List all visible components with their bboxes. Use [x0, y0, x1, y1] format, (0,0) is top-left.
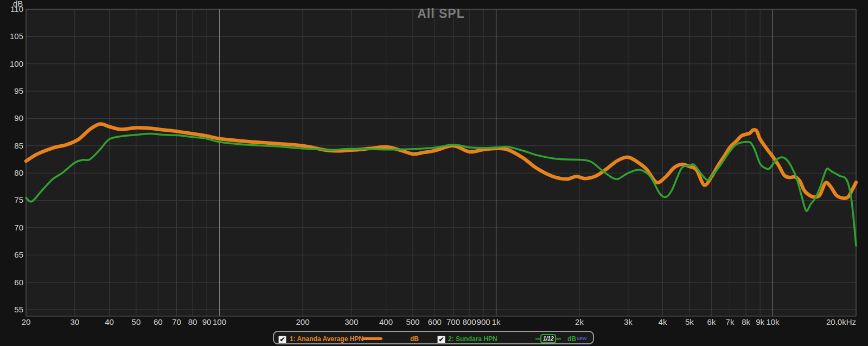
- y-tick-100: 100: [10, 59, 23, 68]
- x-tick-400: 400: [379, 317, 393, 326]
- x-tick-800: 800: [463, 317, 476, 326]
- orange-line-icon: [362, 337, 382, 340]
- x-tick-600: 600: [428, 317, 442, 326]
- y-tick-90: 90: [14, 113, 23, 123]
- x-tick-1k: 1k: [492, 317, 501, 326]
- legend-bar: ✔ 1: Ananda Average HPN dB ✔ 2: Sundara …: [273, 331, 594, 344]
- checkbox-checked-icon[interactable]: ✔: [278, 336, 286, 344]
- trace1-name[interactable]: 1: Ananda Average HPN: [290, 335, 363, 343]
- plot-area: [26, 9, 856, 316]
- trace2-smoothing: 1/12: [535, 333, 561, 344]
- y-tick-60: 60: [14, 278, 23, 287]
- y-tick-55: 55: [14, 305, 23, 314]
- y-tick-70: 70: [14, 223, 23, 232]
- smoothing-badge: 1/12: [540, 334, 556, 343]
- x-tick-300: 300: [344, 317, 358, 326]
- x-tick-20: 20: [22, 317, 31, 326]
- x-tick-100: 100: [213, 317, 226, 326]
- trace1-unit: dB: [410, 333, 419, 344]
- x-tick-70: 70: [172, 317, 181, 326]
- trace2-unit: dBNEW: [567, 333, 587, 344]
- spl-graph-window: 1101051009590858075706560552030405060708…: [0, 0, 868, 346]
- new-tag: NEW: [577, 336, 587, 341]
- x-tick-6k: 6k: [707, 317, 716, 326]
- x-tick-200: 200: [296, 317, 309, 326]
- x-tick-80: 80: [188, 317, 197, 326]
- x-tick-60: 60: [154, 317, 163, 326]
- trace2-name[interactable]: 2: Sundara HPN: [448, 335, 497, 343]
- y-tick-80: 80: [14, 168, 23, 177]
- x-tick-3k: 3k: [624, 317, 633, 326]
- trace1-label[interactable]: 1: Ananda Average HPN: [290, 333, 363, 344]
- line-left-icon: [535, 338, 540, 339]
- trace1-line-swatch: [362, 333, 382, 344]
- x-tick-10k: 10k: [766, 317, 780, 326]
- y-tick-65: 65: [14, 250, 23, 259]
- y-tick-85: 85: [14, 141, 23, 150]
- spl-chart: 1101051009590858075706560552030405060708…: [0, 0, 868, 346]
- line-right-icon: [556, 338, 561, 339]
- x-tick-40: 40: [105, 317, 114, 326]
- trace2-label[interactable]: 2: Sundara HPN: [448, 333, 497, 344]
- x-tick-9k: 9k: [756, 317, 764, 326]
- x-tick-4k: 4k: [659, 317, 667, 326]
- x-tick-7k: 7k: [726, 317, 735, 326]
- x-tick-90: 90: [202, 317, 212, 326]
- checkbox-checked-icon[interactable]: ✔: [437, 336, 445, 344]
- x-tick-700: 700: [446, 317, 460, 326]
- y-tick-75: 75: [14, 195, 23, 204]
- x-tick-20.0kHz: 20.0kHz: [826, 317, 856, 326]
- x-tick-8k: 8k: [742, 317, 750, 326]
- trace1-checkbox[interactable]: ✔: [278, 334, 286, 345]
- x-tick-5k: 5k: [685, 317, 694, 326]
- x-tick-50: 50: [132, 317, 141, 326]
- y-axis-unit-label: dB: [13, 0, 23, 8]
- y-tick-105: 105: [10, 31, 23, 41]
- x-tick-900: 900: [477, 317, 490, 326]
- x-tick-500: 500: [406, 317, 419, 326]
- y-tick-95: 95: [14, 86, 23, 95]
- x-tick-30: 30: [70, 317, 79, 326]
- x-tick-2k: 2k: [575, 317, 584, 326]
- trace2-checkbox[interactable]: ✔: [437, 334, 445, 345]
